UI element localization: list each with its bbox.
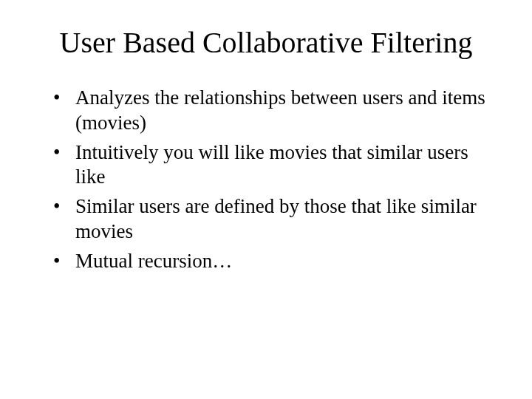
list-item: Analyzes the relationships between users…	[53, 86, 495, 136]
list-item: Mutual recursion…	[53, 249, 495, 274]
bullet-list: Analyzes the relationships between users…	[37, 86, 495, 273]
list-item: Similar users are defined by those that …	[53, 194, 495, 245]
slide-title: User Based Collaborative Filtering	[37, 26, 495, 60]
list-item: Intuitively you will like movies that si…	[53, 140, 495, 191]
